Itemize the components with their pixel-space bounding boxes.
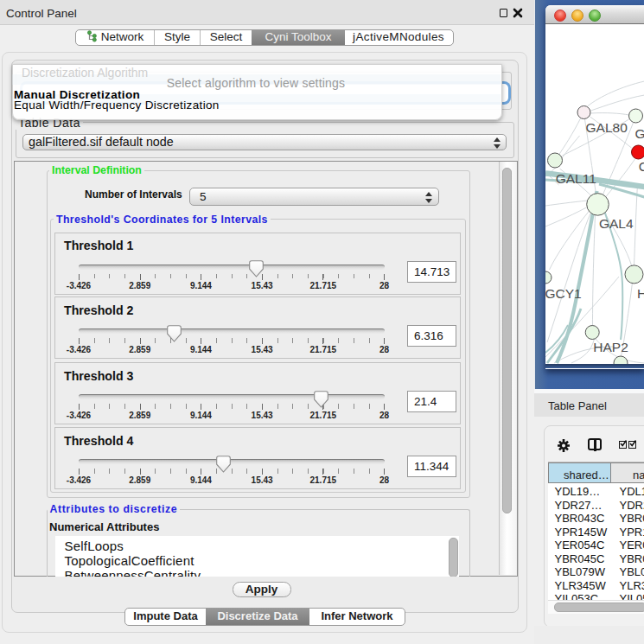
svg-text:HAP2: HAP2 <box>593 340 628 354</box>
svg-text:C: C <box>638 159 644 174</box>
svg-text:GAL4: GAL4 <box>598 216 633 231</box>
svg-text:H: H <box>637 286 644 301</box>
svg-text:GAL80: GAL80 <box>585 120 628 135</box>
svg-text:GCY1: GCY1 <box>545 286 582 301</box>
svg-text:GAL11: GAL11 <box>555 171 596 186</box>
svg-text:GA: GA <box>634 126 644 141</box>
